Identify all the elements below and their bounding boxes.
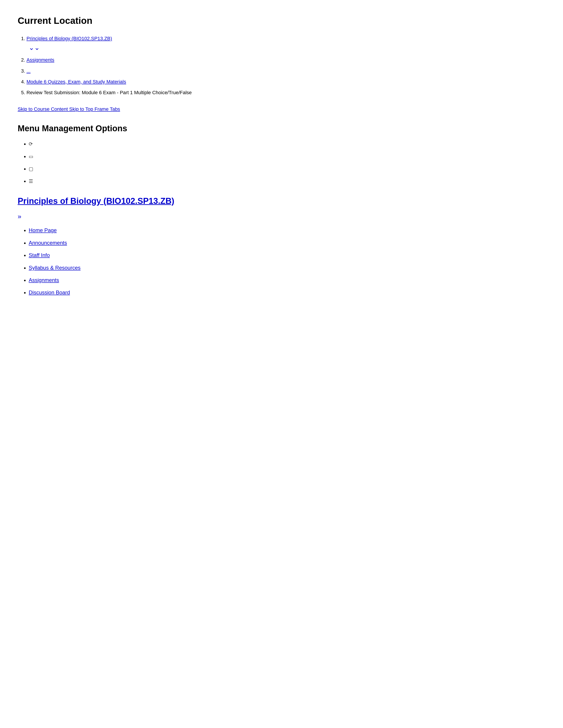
menu-management-list: ⟳ ▭ ▢ ☰ [29,140,545,186]
folder-icon[interactable]: ▢ [29,166,33,172]
discussion-board-link[interactable]: Discussion Board [29,289,70,295]
menu-icon-item-2: ▭ [29,152,545,161]
current-location-section: Current Location Principles of Biology (… [18,13,545,96]
menu-management-section: Menu Management Options ⟳ ▭ ▢ ☰ [18,122,545,185]
announcements-link[interactable]: Announcements [29,240,67,246]
nav-item-staff-info: Staff Info [29,251,545,259]
home-page-link[interactable]: Home Page [29,227,57,233]
breadcrumb-item-2: Assignments [26,56,545,64]
menu-icon-item-4: ☰ [29,177,545,185]
double-chevron-icon: » [18,211,545,222]
menu-icon-item-1: ⟳ [29,140,545,148]
nav-item-syllabus-resources: Syllabus & Resources [29,264,545,272]
breadcrumb-item-1: Principles of Biology (BIO102.SP13.ZB) ⌄… [26,35,545,53]
breadcrumb-list: Principles of Biology (BIO102.SP13.ZB) ⌄… [26,35,545,96]
breadcrumb-link-3[interactable]: ... [26,68,30,74]
syllabus-resources-link[interactable]: Syllabus & Resources [29,265,81,271]
chevron-down-icon: ⌄⌄ [29,42,40,53]
breadcrumb-item-5: Review Test Submission: Module 6 Exam - … [26,89,545,96]
course-title-link[interactable]: Principles of Biology (BIO102.SP13.ZB) [18,194,545,208]
staff-info-link[interactable]: Staff Info [29,252,50,258]
breadcrumb-link-4[interactable]: Module 6 Quizzes, Exam, and Study Materi… [26,79,126,84]
current-location-heading: Current Location [18,13,545,28]
breadcrumb-item-4: Module 6 Quizzes, Exam, and Study Materi… [26,78,545,86]
nav-item-assignments: Assignments [29,276,545,284]
breadcrumb-link-2[interactable]: Assignments [26,57,54,63]
skip-links-container: Skip to Course Content Skip to Top Frame… [18,105,545,113]
course-nav-list: Home Page Announcements Staff Info Sylla… [29,226,545,297]
breadcrumb-item-3: ... [26,67,545,75]
assignments-link[interactable]: Assignments [29,277,59,283]
refresh-icon[interactable]: ⟳ [29,141,33,147]
menu-management-heading: Menu Management Options [18,122,545,135]
monitor-icon[interactable]: ▭ [29,154,33,159]
breadcrumb-link-1[interactable]: Principles of Biology (BIO102.SP13.ZB) [26,36,112,41]
course-section: Principles of Biology (BIO102.SP13.ZB) »… [18,194,545,297]
nav-item-discussion-board: Discussion Board [29,288,545,297]
menu-icon-item-3: ▢ [29,165,545,173]
list-icon[interactable]: ☰ [29,178,33,184]
nav-item-announcements: Announcements [29,239,545,247]
nav-item-home-page: Home Page [29,226,545,235]
skip-links[interactable]: Skip to Course Content Skip to Top Frame… [18,105,545,113]
breadcrumb-static-5: Review Test Submission: Module 6 Exam - … [26,90,192,95]
